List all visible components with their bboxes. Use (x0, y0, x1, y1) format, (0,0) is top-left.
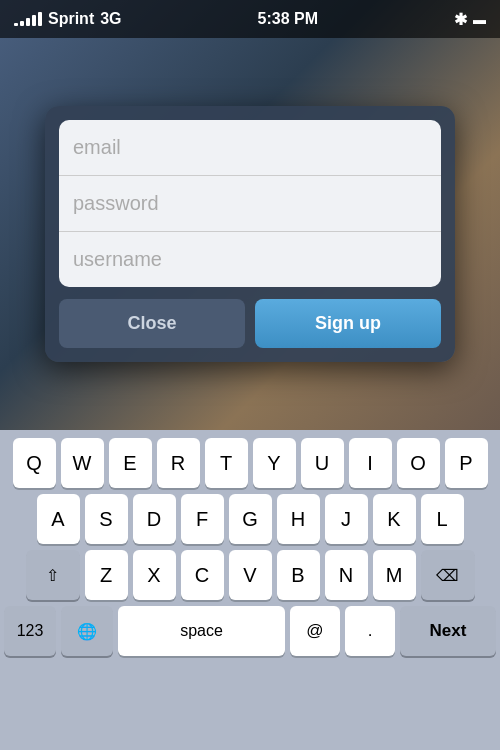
status-time: 5:38 PM (258, 10, 318, 28)
key-a[interactable]: A (37, 494, 80, 544)
close-button[interactable]: Close (59, 299, 245, 348)
key-t[interactable]: T (205, 438, 248, 488)
key-l[interactable]: L (421, 494, 464, 544)
status-right: ✱ ▬ (454, 10, 486, 29)
shift-key[interactable]: ⇧ (26, 550, 80, 600)
keyboard: QWERTYUIOP ASDFGHJKL ⇧ZXCVBNM⌫ 123🌐space… (0, 430, 500, 750)
key-j[interactable]: J (325, 494, 368, 544)
key-m[interactable]: M (373, 550, 416, 600)
keyboard-row-4: 123🌐space@.Next (4, 606, 496, 656)
keyboard-row-2: ASDFGHJKL (4, 494, 496, 544)
key-n[interactable]: N (325, 550, 368, 600)
battery-icon: ▬ (473, 12, 486, 27)
username-field[interactable] (59, 232, 441, 287)
bluetooth-icon: ✱ (454, 10, 467, 29)
key-h[interactable]: H (277, 494, 320, 544)
numbers-key[interactable]: 123 (4, 606, 56, 656)
network-label: 3G (100, 10, 121, 28)
password-field[interactable] (59, 176, 441, 232)
status-bar: Sprint 3G 5:38 PM ✱ ▬ (0, 0, 500, 38)
dialog-overlay: Close Sign up (0, 38, 500, 430)
space-key[interactable]: space (118, 606, 285, 656)
key-v[interactable]: V (229, 550, 272, 600)
key-w[interactable]: W (61, 438, 104, 488)
keyboard-row-3: ⇧ZXCVBNM⌫ (4, 550, 496, 600)
key-e[interactable]: E (109, 438, 152, 488)
next-key[interactable]: Next (400, 606, 496, 656)
key-y[interactable]: Y (253, 438, 296, 488)
email-field[interactable] (59, 120, 441, 176)
dot-key[interactable]: . (345, 606, 395, 656)
signal-icon (14, 12, 42, 26)
key-b[interactable]: B (277, 550, 320, 600)
key-s[interactable]: S (85, 494, 128, 544)
keyboard-row-1: QWERTYUIOP (4, 438, 496, 488)
key-x[interactable]: X (133, 550, 176, 600)
dialog-buttons: Close Sign up (45, 299, 455, 362)
key-r[interactable]: R (157, 438, 200, 488)
signup-dialog: Close Sign up (45, 106, 455, 362)
carrier-label: Sprint (48, 10, 94, 28)
key-i[interactable]: I (349, 438, 392, 488)
key-o[interactable]: O (397, 438, 440, 488)
at-key[interactable]: @ (290, 606, 340, 656)
backspace-key[interactable]: ⌫ (421, 550, 475, 600)
key-f[interactable]: F (181, 494, 224, 544)
key-d[interactable]: D (133, 494, 176, 544)
form-fields (59, 120, 441, 287)
status-left: Sprint 3G (14, 10, 122, 28)
key-p[interactable]: P (445, 438, 488, 488)
key-q[interactable]: Q (13, 438, 56, 488)
key-c[interactable]: C (181, 550, 224, 600)
key-u[interactable]: U (301, 438, 344, 488)
key-k[interactable]: K (373, 494, 416, 544)
key-z[interactable]: Z (85, 550, 128, 600)
signup-button[interactable]: Sign up (255, 299, 441, 348)
key-g[interactable]: G (229, 494, 272, 544)
globe-key[interactable]: 🌐 (61, 606, 113, 656)
